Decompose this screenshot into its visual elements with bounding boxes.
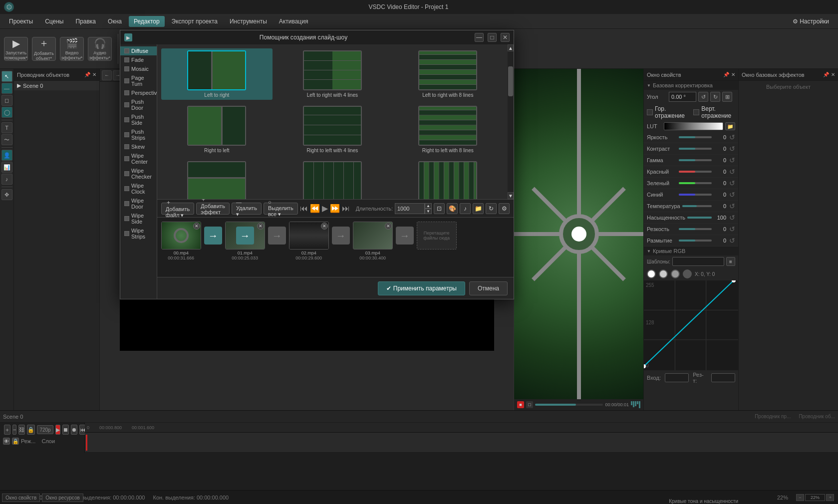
dur-up-btn[interactable]: ▲ [425, 203, 432, 209]
curve-gray1-swatch[interactable] [659, 269, 668, 278]
contrast-slider[interactable] [679, 148, 712, 150]
color-icon[interactable]: 🎨 [447, 203, 458, 214]
visibility-icon[interactable]: 👁 [3, 438, 10, 445]
temp-reset-icon[interactable]: ↺ [729, 202, 735, 210]
nav-next-btn[interactable]: ⏩ [330, 204, 340, 213]
curve-dark-swatch[interactable] [683, 269, 692, 278]
zoom-plus-btn[interactable]: ＋ [826, 494, 834, 501]
refresh-icon[interactable]: ↻ [486, 203, 497, 214]
folder-icon[interactable]: 📁 [473, 203, 484, 214]
media-close-0[interactable]: ✕ [193, 223, 200, 230]
effect-wipestrips[interactable]: Wipe Strips [120, 226, 157, 241]
person-icon-btn[interactable]: 👤 [1, 150, 12, 161]
props-pin-icon[interactable]: 📌 [723, 72, 729, 77]
transition-rl-4lines[interactable]: Right to left with 4 lines [277, 104, 388, 155]
gamma-reset-icon[interactable]: ↺ [729, 156, 735, 164]
menu-scenes[interactable]: Сцены [40, 16, 68, 27]
effect-wipecenter[interactable]: Wipe Center [120, 151, 157, 166]
chart-btn[interactable]: 📊 [1, 162, 12, 173]
curve-white-swatch[interactable] [647, 269, 656, 278]
blur-reset-icon[interactable]: ↺ [729, 237, 735, 245]
scroll-down-btn[interactable]: ▼ [508, 192, 514, 199]
drop-zone-main[interactable]: Перетащите файлы сюда [417, 222, 457, 250]
menu-tools[interactable]: Инструменты [225, 16, 272, 27]
effect-wipeclock[interactable]: Wipe Clock [120, 181, 157, 196]
brightness-slider[interactable] [679, 136, 712, 138]
angle-reset-btn[interactable]: ↺ [698, 92, 708, 102]
record-btn[interactable]: ■ [517, 401, 524, 408]
contrast-reset-icon[interactable]: ↺ [729, 145, 735, 153]
transition-left-right[interactable]: Left to right [161, 48, 273, 100]
effect-wipeside[interactable]: Wipe Side [120, 211, 157, 226]
angle-flip-btn[interactable]: ↻ [710, 92, 720, 102]
preview-stop-btn[interactable]: □ [526, 401, 533, 408]
effect-pageturn[interactable]: Page Turn [120, 73, 157, 88]
effect-wipedoor[interactable]: Wipe Door [120, 196, 157, 211]
tl-plus-btn[interactable]: ＋ [4, 425, 10, 435]
tl-minus-btn[interactable]: − [12, 425, 16, 435]
out-input[interactable] [711, 373, 735, 382]
audio-effects-btn[interactable]: 🎧 Аудио эффекты* [88, 37, 112, 61]
props-tab[interactable]: Окно свойств [2, 494, 40, 502]
zoom-minus-btn[interactable]: − [796, 494, 804, 501]
in-input[interactable] [665, 373, 689, 382]
arrow-left-btn[interactable]: ← [102, 70, 112, 80]
menu-editor[interactable]: Редактор [129, 16, 165, 27]
tl-lock-btn[interactable]: 🔒 [27, 425, 35, 435]
transition-right-left[interactable]: Right to left [161, 104, 273, 155]
transition-top-bottom[interactable]: Top to bottom [161, 159, 273, 199]
timeline-track[interactable] [85, 433, 838, 453]
trans-btn-2[interactable]: → [332, 227, 350, 245]
lock-icon[interactable]: 🔒 [12, 438, 19, 445]
transition-lr-8lines[interactable]: Left to right with 8 lines [392, 48, 504, 100]
remove-btn[interactable]: — Удалить ▾ [232, 203, 262, 215]
templates-more-icon[interactable]: ≡ [726, 257, 735, 266]
menu-edit[interactable]: Правка [71, 16, 101, 27]
trans-btn-0[interactable]: → [204, 227, 222, 245]
red-reset-icon[interactable]: ↺ [729, 168, 735, 176]
tl-resolution[interactable]: 720p [37, 425, 53, 434]
apply-btn[interactable]: ✔ Применить параметры [378, 281, 465, 295]
transition-tb-8lines[interactable]: Top bottom with 8 lines [392, 159, 504, 199]
blue-reset-icon[interactable]: ↺ [729, 191, 735, 199]
brightness-reset-icon[interactable]: ↺ [729, 133, 735, 141]
explorer-close-icon[interactable]: ✕ [92, 72, 96, 77]
scene-item[interactable]: ▶ Scene 0 [14, 81, 99, 90]
nav-end-btn[interactable]: ⏭ [342, 204, 350, 213]
circle-tool-btn[interactable]: ◯ [1, 107, 12, 118]
menu-activate[interactable]: Активация [274, 16, 313, 27]
slideshow-dialog[interactable]: ▶ Помощник создания слайд-шоу — □ ✕ Diff… [120, 30, 514, 299]
wave-tool-btn[interactable]: 〜 [1, 134, 12, 145]
angle-more-btn[interactable]: ⊞ [722, 92, 732, 102]
blue-slider[interactable] [679, 194, 712, 196]
add-object-btn[interactable]: ＋ Добавить объект* [32, 37, 56, 61]
sharpness-slider[interactable] [679, 228, 712, 230]
preview-progress-bar[interactable] [535, 404, 603, 406]
media-close-3[interactable]: ✕ [385, 223, 392, 230]
effect-pushstrips[interactable]: Push Strips [120, 127, 157, 142]
vert-checkbox[interactable] [693, 109, 699, 115]
effect-pushside[interactable]: Push Side [120, 112, 157, 127]
props-close-icon[interactable]: ✕ [731, 72, 735, 77]
nav-prev-btn[interactable]: ⏪ [310, 204, 320, 213]
dur-down-btn[interactable]: ▼ [425, 209, 432, 214]
effects-close-icon[interactable]: ✕ [831, 72, 835, 77]
transition-rl-8lines[interactable]: Right to left with 8 lines [392, 104, 504, 155]
settings-btn[interactable]: ⚙ Настройки [788, 16, 834, 27]
saturation-reset-icon[interactable]: ↺ [729, 214, 735, 222]
select-tool-btn[interactable]: ↖ [1, 71, 12, 82]
select-all-btn[interactable]: ○ Выделить все ▾ [264, 203, 298, 215]
saturation-slider[interactable] [687, 217, 712, 219]
green-reset-icon[interactable]: ↺ [729, 179, 735, 187]
music-btn[interactable]: ♪ [1, 174, 12, 185]
add-file-btn[interactable]: ＋ Добавить файл ▾ [161, 203, 195, 215]
rect-tool-btn[interactable]: ◻ [1, 95, 12, 106]
angle-input[interactable] [669, 92, 696, 102]
pin-icon[interactable]: 📌 [84, 72, 90, 77]
menu-export[interactable]: Экспорт проекта [167, 16, 223, 27]
scroll-track[interactable] [508, 51, 514, 192]
tl-chain-btn[interactable]: ⛓ [18, 425, 25, 435]
nav-start-btn[interactable]: ⏮ [300, 204, 308, 213]
effect-pushdoor[interactable]: Push Door [120, 97, 157, 112]
gamma-slider[interactable] [679, 159, 712, 161]
